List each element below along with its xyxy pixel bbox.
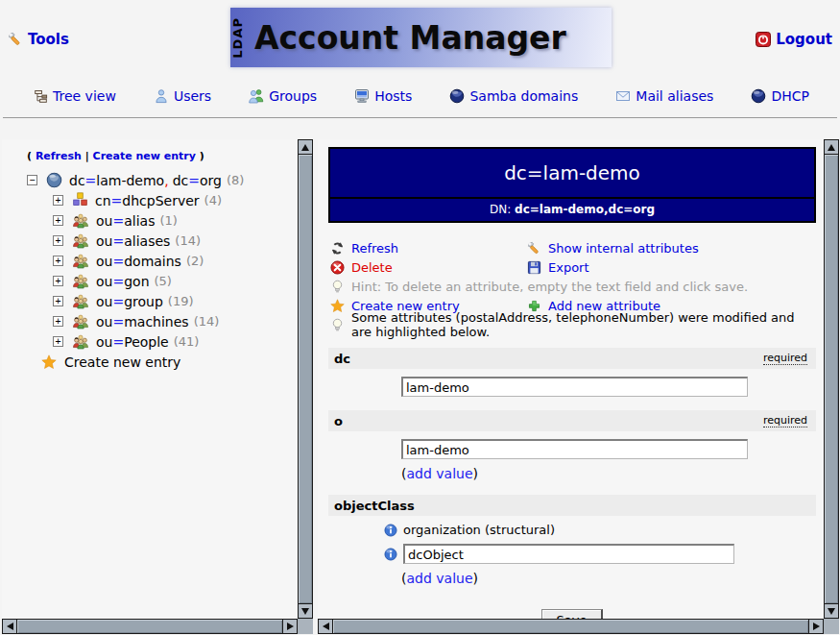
node-count: (4) bbox=[204, 193, 222, 208]
nav-tree-view[interactable]: Tree view bbox=[34, 88, 116, 104]
node-count: (14) bbox=[194, 314, 220, 329]
paren: ) bbox=[200, 150, 204, 162]
separator: | bbox=[85, 150, 89, 162]
tree-horizontal-scrollbar[interactable] bbox=[2, 619, 298, 634]
tree-node: + ou=People (41) bbox=[53, 331, 298, 352]
expand-toggle[interactable]: + bbox=[53, 235, 63, 246]
field-name: objectClass bbox=[334, 499, 415, 513]
node-attr: ou bbox=[96, 314, 112, 330]
scroll-up-button[interactable] bbox=[298, 139, 313, 155]
world-icon bbox=[46, 172, 62, 188]
create-new-entry-link[interactable]: Create new entry bbox=[64, 354, 180, 370]
expand-toggle[interactable]: + bbox=[53, 215, 63, 226]
scroll-right-button[interactable] bbox=[282, 619, 298, 634]
entry-dn: DN: dc=lam-demo,dc=org bbox=[330, 197, 814, 221]
tree-content: ( Refresh | Create new entry ) − dc=lam-… bbox=[2, 139, 298, 619]
scrollbar-thumb[interactable] bbox=[298, 155, 313, 603]
equals-sign: = bbox=[112, 314, 124, 330]
tree-node-link[interactable]: dc=lam-demo,dc=org bbox=[69, 173, 222, 188]
export-link[interactable]: Export bbox=[548, 260, 589, 275]
comma-sign: , bbox=[164, 173, 168, 188]
expand-toggle[interactable]: + bbox=[53, 195, 63, 206]
nav-samba-domains[interactable]: Samba domains bbox=[449, 88, 578, 104]
tree-node-link[interactable]: ou=aliases bbox=[96, 233, 170, 249]
nav-mail-aliases[interactable]: Mail aliases bbox=[615, 88, 713, 104]
tree-node-link[interactable]: cn=dhcpServer bbox=[95, 193, 200, 208]
scroll-down-button[interactable] bbox=[298, 603, 313, 619]
collapse-toggle[interactable]: − bbox=[27, 175, 37, 185]
tree-node: + ou=group (19) bbox=[53, 291, 298, 311]
nav-groups[interactable]: Groups bbox=[249, 88, 317, 104]
tree-view-icon bbox=[34, 89, 48, 104]
scroll-right-button[interactable] bbox=[808, 619, 824, 634]
scroll-down-button[interactable] bbox=[824, 603, 839, 619]
field-name: o bbox=[334, 414, 343, 428]
entry-horizontal-scrollbar[interactable] bbox=[318, 619, 824, 634]
delete-icon bbox=[330, 260, 345, 275]
tree-node-link[interactable]: ou=group bbox=[96, 294, 163, 309]
node-attr: dc bbox=[173, 173, 189, 188]
dc-input[interactable] bbox=[401, 377, 748, 397]
node-attr: dc bbox=[69, 173, 85, 188]
dn-label: DN: bbox=[490, 203, 511, 216]
tree-node: + ou=aliases (14) bbox=[53, 231, 298, 251]
equals-sign: = bbox=[112, 334, 124, 350]
tree-node-link[interactable]: ou=People bbox=[96, 334, 169, 350]
expand-toggle[interactable]: + bbox=[53, 256, 63, 266]
down-arrow-icon bbox=[828, 608, 835, 615]
entry-actions: Refresh Show internal attributes Delete bbox=[330, 238, 816, 334]
mail-icon bbox=[615, 88, 631, 104]
nav-label: Mail aliases bbox=[636, 88, 713, 104]
tree-refresh-link[interactable]: Refresh bbox=[36, 150, 82, 162]
logout-link[interactable]: Logout bbox=[756, 31, 832, 48]
save-button[interactable]: Save bbox=[541, 609, 604, 619]
expand-toggle[interactable]: + bbox=[53, 276, 63, 286]
scroll-left-button[interactable] bbox=[318, 619, 333, 634]
tree-node-link[interactable]: ou=domains bbox=[96, 254, 181, 269]
refresh-link[interactable]: Refresh bbox=[351, 241, 398, 256]
tree-node: + ou=gon (5) bbox=[53, 271, 298, 291]
entry-vertical-scrollbar[interactable] bbox=[824, 139, 839, 619]
add-value-link[interactable]: add value bbox=[406, 466, 472, 481]
scrollbar-thumb[interactable] bbox=[17, 619, 282, 634]
content-frames: ( Refresh | Create new entry ) − dc=lam-… bbox=[0, 139, 840, 634]
expand-toggle[interactable]: + bbox=[53, 316, 63, 327]
node-count: (14) bbox=[175, 233, 201, 248]
main-nav: Tree view Users Groups Hosts Samba domai… bbox=[0, 85, 840, 107]
node-attr: ou bbox=[96, 274, 112, 289]
show-internal-attributes-link[interactable]: Show internal attributes bbox=[548, 241, 699, 256]
scrollbar-thumb[interactable] bbox=[824, 155, 839, 603]
nav-label: Samba domains bbox=[469, 88, 578, 104]
nav-hosts[interactable]: Hosts bbox=[354, 88, 412, 104]
globe-icon bbox=[449, 88, 465, 104]
expand-toggle[interactable]: + bbox=[53, 336, 63, 347]
scrollbar-corner bbox=[824, 619, 839, 634]
people-icon bbox=[72, 313, 89, 330]
nav-users[interactable]: Users bbox=[154, 88, 211, 104]
objectclass-input[interactable] bbox=[403, 544, 734, 564]
power-icon bbox=[756, 32, 771, 47]
down-arrow-icon bbox=[301, 608, 309, 615]
info-icon[interactable] bbox=[384, 524, 397, 537]
expand-toggle[interactable]: + bbox=[53, 296, 63, 306]
logout-label: Logout bbox=[776, 31, 832, 48]
entry-header: dc=lam-demo DN: dc=lam-demo,dc=org bbox=[328, 147, 816, 223]
o-input[interactable] bbox=[401, 439, 748, 459]
tree-create-entry-link[interactable]: Create new entry bbox=[93, 150, 196, 162]
tree-node-link[interactable]: ou=alias bbox=[96, 213, 155, 229]
tree-vertical-scrollbar[interactable] bbox=[298, 139, 313, 619]
nav-dhcp[interactable]: DHCP bbox=[751, 88, 809, 104]
equals-sign: = bbox=[111, 193, 123, 208]
tree-node-link[interactable]: ou=gon bbox=[96, 274, 150, 289]
tree-node-link[interactable]: ou=machines bbox=[96, 314, 189, 330]
tools-link[interactable]: Tools bbox=[8, 31, 69, 48]
delete-link[interactable]: Delete bbox=[351, 260, 393, 275]
scroll-up-button[interactable] bbox=[824, 139, 839, 155]
field-name: dc bbox=[334, 352, 350, 366]
node-value: dhcpServer bbox=[122, 193, 199, 208]
node-count: (2) bbox=[186, 254, 204, 268]
info-icon[interactable] bbox=[384, 548, 397, 561]
add-value-link[interactable]: add value bbox=[406, 571, 472, 586]
scroll-left-button[interactable] bbox=[2, 619, 17, 634]
scrollbar-thumb[interactable] bbox=[333, 619, 808, 634]
